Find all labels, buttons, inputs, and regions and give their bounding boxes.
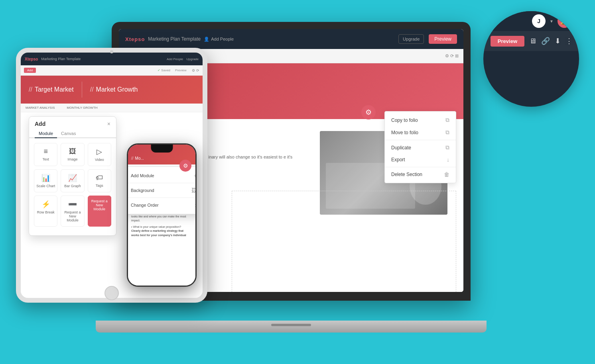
settings-gear[interactable]: ⚙ [361,105,376,119]
popup-divider2 [127,198,197,198]
header-divider [82,82,82,98]
notification-bell[interactable]: 🔔 [558,14,571,28]
tablet-camera [110,50,113,53]
plus-icon: + [194,172,197,179]
tablet-toolbar-icons: ⚙ ⟳ [192,68,199,72]
trash-icon: 🗑 [444,171,449,178]
module-request-new[interactable]: Request a New Module [88,196,111,227]
tablet-upgrade[interactable]: Upgrade [186,57,199,61]
popup-change-order[interactable]: Change Order ↕ [127,199,197,211]
context-export[interactable]: Export ↓ [385,154,456,166]
phone-header-title: Mo... [135,156,144,160]
module-image[interactable]: 🖼 Image [61,143,84,166]
tablet-saved: ✓ Saved [158,68,170,72]
tags-icon: 🏷 [96,174,103,182]
tab-module[interactable]: Module [35,129,57,138]
circle-overlay: J ▼ 🔔 Preview 🖥 🔗 ⬇ ⋮ [483,11,579,107]
tablet-add-people[interactable]: Add People [167,57,183,61]
toolbar-icons: ⚙ ⟳ ⊞ [445,53,459,59]
laptop-topbar-right: Upgrade Preview [398,34,457,44]
context-menu: Copy to folio ⧉ Move to folio ⧉ Duplicat… [384,111,456,183]
phone-body: // Mo... Strategy - Create a plan to tak… [127,143,197,287]
tablet-header-item2: // Market Growth [90,86,138,93]
module-video[interactable]: ▷ Video [88,143,111,166]
context-divider2 [385,167,456,167]
close-button[interactable]: × [107,121,110,127]
download-icon[interactable]: ⬇ [555,37,561,45]
preview-button[interactable]: Preview [429,34,457,44]
check-icon: ✓ [158,68,161,72]
laptop-topbar-left: Xtepso Marketing Plan Template 👤 Add Peo… [125,36,398,42]
chevron-down-icon: ▼ [550,19,554,23]
order-icon: ↕ [194,202,197,208]
add-module-dialog: Add × Module Canvas ≡ Text 🖼 [29,116,116,236]
context-move-folio[interactable]: Move to folio ⧉ [385,126,456,139]
circle-preview-button[interactable]: Preview [491,36,524,47]
laptop-base [96,321,487,333]
person-icon: 👤 [204,37,209,42]
context-duplicate[interactable]: Duplicate ⧉ [385,141,456,154]
circle-toolbar: Preview 🖥 🔗 ⬇ ⋮ [483,31,579,51]
module-text[interactable]: ≡ Text [34,143,57,166]
bar-graph-icon: 📈 [68,174,77,182]
module-grid: ≡ Text 🖼 Image ▷ Video 📊 [29,138,116,231]
module-tags[interactable]: 🏷 Tags [88,169,111,192]
laptop-topbar: Xtepso Marketing Plan Template 👤 Add Peo… [119,29,463,49]
popup-background[interactable]: Background 🖼 [127,184,197,197]
market-analysis-label: MARKET ANALYSIS [26,106,55,110]
module-social[interactable]: ⚡ Row Break [34,196,57,227]
background-icon: 🖼 [191,187,197,194]
module-row-break[interactable]: ➖ Request a New Module [61,196,84,227]
scale-chart-icon: 📊 [41,174,50,182]
text-icon: ≡ [43,147,48,156]
laptop-logo: Xtepso [125,36,145,42]
laptop-doc-title: Marketing Plan Template [148,36,201,42]
context-copy-folio[interactable]: Copy to folio ⧉ [385,114,456,126]
context-divider [385,140,456,140]
module-scale-chart[interactable]: 📊 Scale Chart [34,169,57,192]
link-icon[interactable]: 🔗 [541,37,550,45]
dialog-tabs: Module Canvas [29,129,116,138]
slash-icon: // [29,86,32,93]
tab-canvas[interactable]: Canvas [57,129,80,137]
move-icon: ⧉ [445,129,449,136]
tablet-add-btn[interactable]: Add [24,68,36,73]
duplicate-icon: ⧉ [445,144,449,151]
social-icon: ⚡ [41,200,50,209]
popup-divider1 [127,183,197,183]
tablet-home-button[interactable] [104,286,119,298]
phone-gear-icon[interactable]: ⚙ [179,160,191,172]
copy-icon: ⧉ [445,117,449,123]
tablet-logo: Xtepso [25,57,38,61]
user-avatar[interactable]: J [532,14,546,28]
export-icon: ↓ [447,157,449,163]
monthly-growth-label: MONTHLY GROWTH [67,106,98,110]
monitor-icon[interactable]: 🖥 [529,37,536,45]
video-icon: ▷ [97,147,102,156]
slash-icon2: // [90,86,94,93]
more-icon[interactable]: ⋮ [565,37,573,45]
phone: // Mo... Strategy - Create a plan to tak… [127,143,197,287]
image-icon: 🖼 [69,147,76,156]
tablet-subheader: MARKET ANALYSIS MONTHLY GROWTH [21,104,203,112]
tablet-topbar: Xtepso Marketing Plan Template Add Peopl… [21,53,203,65]
dialog-title: Add [35,121,45,127]
phone-notch [151,145,173,153]
dialog-header: Add × [29,117,116,129]
tablet-preview[interactable]: Preview [175,68,186,72]
phone-question: • What is your unique value proposition?… [131,225,192,238]
tablet-header: // Target Market // Market Growth [21,76,203,104]
laptop-add-people[interactable]: 👤 Add People [204,37,234,42]
tablet-toolbar: Add ✓ Saved Preview ⚙ ⟳ [21,65,203,76]
tablet-title: Marketing Plan Template [41,57,100,61]
phone-popup: ⚙ Add Module + Background 🖼 Change Order… [127,166,197,214]
context-delete[interactable]: Delete Section 🗑 [385,168,456,180]
target-market-text: Target Market [35,86,74,93]
tablet-header-item1: // Target Market [29,86,74,93]
phone-slash: // [131,156,134,160]
upgrade-button[interactable]: Upgrade [398,34,424,44]
row-break-icon: ➖ [68,200,77,209]
circle-topbar: J ▼ 🔔 [483,11,579,31]
market-growth-text: Market Growth [96,86,138,93]
module-bar-graph[interactable]: 📈 Bar Graph [61,169,84,192]
